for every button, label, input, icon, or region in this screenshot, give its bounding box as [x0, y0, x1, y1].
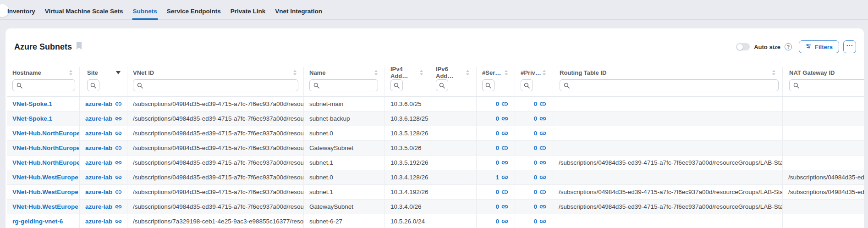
- column-header-site: Site: [80, 67, 127, 78]
- cell-private: 0: [515, 214, 553, 228]
- hostname-link[interactable]: VNet-Hub.NorthEurope: [12, 145, 80, 151]
- site-link[interactable]: azure-lab: [85, 189, 122, 195]
- link-icon[interactable]: [539, 115, 546, 122]
- link-icon[interactable]: [501, 174, 508, 181]
- bookmark-icon[interactable]: [76, 42, 82, 51]
- private-endpoints-count[interactable]: 0: [534, 130, 537, 137]
- search-input-nat-gateway[interactable]: [802, 82, 864, 89]
- hostname-link[interactable]: VNet-Hub.NorthEurope: [12, 159, 80, 166]
- search-filter-nat-gateway[interactable]: [789, 79, 864, 91]
- private-endpoints-count[interactable]: 0: [534, 174, 537, 181]
- site-link[interactable]: azure-lab: [85, 130, 122, 137]
- search-filter-ipv4[interactable]: [390, 79, 403, 91]
- search-filter-routing-table[interactable]: [560, 79, 779, 91]
- search-filter-ipv6[interactable]: [436, 79, 448, 91]
- table-row: VNet-Hub.NorthEuropeazure-lab /subscript…: [7, 126, 864, 141]
- hostname-link[interactable]: VNet-Spoke.1: [12, 115, 52, 122]
- tab-service-endpoints[interactable]: Service Endpoints: [166, 8, 222, 19]
- site-link[interactable]: azure-lab: [85, 100, 122, 107]
- link-icon[interactable]: [539, 203, 546, 210]
- sort-icon[interactable]: [466, 70, 470, 76]
- link-icon[interactable]: [501, 203, 508, 210]
- service-endpoints-count[interactable]: 0: [496, 159, 499, 166]
- link-icon[interactable]: [539, 145, 546, 151]
- search-input-vnet-id[interactable]: [146, 82, 294, 89]
- hostname-link[interactable]: rg-gelding-vnet-6: [12, 218, 63, 225]
- private-endpoints-count[interactable]: 0: [534, 203, 537, 210]
- search-filter-vnet-id[interactable]: [133, 79, 298, 91]
- private-endpoints-count[interactable]: 0: [534, 145, 537, 151]
- search-filter-name[interactable]: [309, 79, 378, 91]
- help-icon[interactable]: ?: [785, 43, 792, 50]
- tab-private-link[interactable]: Private Link: [230, 8, 267, 19]
- hostname-link[interactable]: VNet-Spoke.1: [12, 100, 52, 107]
- service-endpoints-count[interactable]: 0: [496, 189, 499, 195]
- cell-ipv6: [430, 170, 477, 184]
- sort-icon[interactable]: [69, 70, 73, 76]
- hostname-link[interactable]: VNet-Hub.NorthEurope: [12, 130, 80, 137]
- link-icon[interactable]: [539, 159, 546, 166]
- site-link[interactable]: azure-lab: [85, 218, 122, 225]
- private-endpoints-count[interactable]: 0: [534, 218, 537, 225]
- site-link[interactable]: azure-lab: [85, 174, 122, 181]
- service-endpoints-count[interactable]: 0: [496, 203, 499, 210]
- link-icon[interactable]: [501, 218, 508, 225]
- private-endpoints-count[interactable]: 0: [534, 100, 537, 107]
- tab-vnet-integration[interactable]: Vnet Integration: [274, 8, 323, 19]
- service-endpoints-count[interactable]: 0: [496, 115, 499, 122]
- search-input-hostname[interactable]: [25, 82, 71, 89]
- private-endpoints-count[interactable]: 0: [534, 159, 537, 166]
- link-icon[interactable]: [539, 218, 546, 225]
- hostname-link[interactable]: VNet-Hub.WestEurope: [12, 189, 78, 195]
- tab-inventory[interactable]: Inventory: [6, 8, 36, 19]
- link-icon[interactable]: [539, 174, 546, 181]
- site-link[interactable]: azure-lab: [85, 159, 122, 166]
- service-endpoints-count[interactable]: 0: [496, 130, 499, 137]
- link-icon[interactable]: [501, 100, 508, 107]
- column-label: Site: [87, 69, 98, 76]
- hostname-link[interactable]: VNet-Hub.WestEurope: [12, 174, 78, 181]
- cell-hostname: VNet-Hub.NorthEurope: [7, 126, 80, 140]
- search-filter-private[interactable]: [521, 79, 533, 91]
- more-options-button[interactable]: ⋯: [843, 40, 856, 53]
- link-icon[interactable]: [501, 189, 508, 195]
- sort-icon[interactable]: [542, 70, 546, 76]
- search-filter-site[interactable]: [87, 79, 99, 91]
- link-icon[interactable]: [501, 145, 508, 151]
- tab-subnets[interactable]: Subnets: [132, 8, 158, 19]
- filters-button[interactable]: Filters: [799, 40, 839, 53]
- site-link[interactable]: azure-lab: [85, 203, 122, 210]
- cell-private: 0: [515, 200, 553, 214]
- hostname-link[interactable]: VNet-Hub.WestEurope: [12, 203, 78, 210]
- link-icon[interactable]: [539, 130, 546, 137]
- auto-size-label: Auto size: [754, 44, 780, 50]
- sort-icon[interactable]: [293, 70, 297, 76]
- private-endpoints-count[interactable]: 0: [534, 115, 537, 122]
- site-link[interactable]: azure-lab: [85, 115, 122, 122]
- sort-icon[interactable]: [419, 70, 423, 76]
- sort-icon[interactable]: [374, 70, 378, 76]
- search-input-name[interactable]: [322, 82, 374, 89]
- sorted-desc-icon[interactable]: [116, 71, 121, 74]
- search-filter-services[interactable]: [482, 79, 494, 91]
- service-endpoints-count[interactable]: 1: [496, 174, 499, 181]
- service-endpoints-count[interactable]: 0: [496, 145, 499, 151]
- search-input-routing-table[interactable]: [572, 82, 775, 89]
- service-endpoints-count[interactable]: 0: [496, 218, 499, 225]
- cell-private: 0: [515, 156, 553, 170]
- service-endpoints-count[interactable]: 0: [496, 100, 499, 107]
- subnets-table: Hostname SiteVNet ID Name IPv4 Add… IPv6…: [7, 67, 864, 228]
- link-icon[interactable]: [501, 159, 508, 166]
- sort-icon[interactable]: [504, 70, 508, 76]
- link-icon[interactable]: [501, 130, 508, 137]
- private-endpoints-count[interactable]: 0: [534, 189, 537, 195]
- search-filter-hostname[interactable]: [12, 79, 75, 91]
- filter-cell-vnet-id: [127, 78, 304, 96]
- link-icon[interactable]: [539, 189, 546, 195]
- link-icon[interactable]: [501, 115, 508, 122]
- auto-size-toggle[interactable]: [736, 43, 750, 50]
- tab-virtual-machine-scale-sets[interactable]: Virtual Machine Scale Sets: [44, 8, 124, 19]
- sort-icon[interactable]: [772, 70, 776, 76]
- site-link[interactable]: azure-lab: [85, 145, 122, 151]
- link-icon[interactable]: [539, 100, 546, 107]
